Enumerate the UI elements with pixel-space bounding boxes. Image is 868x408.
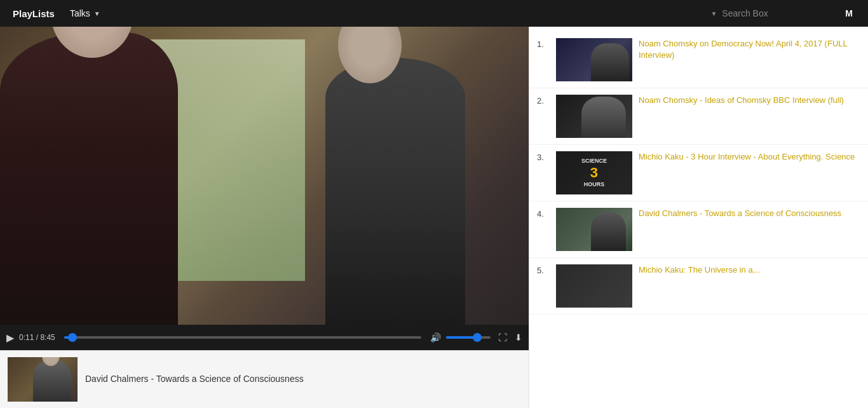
playlist-item-title: Michio Kaku: The Universe in a... — [639, 264, 760, 276]
video-frame — [0, 27, 529, 325]
time-display: 0:11 / 8:45 — [19, 333, 55, 342]
video-player[interactable] — [0, 27, 529, 325]
talks-arrow: ▼ — [94, 10, 100, 17]
playlist-item-number: 3. — [537, 151, 550, 162]
playlist-item-number: 2. — [537, 95, 550, 105]
playlist-item-number: 5. — [537, 264, 550, 275]
search-dropdown-arrow: ▼ — [710, 10, 717, 17]
playlist-item[interactable]: 5.Michio Kaku: The Universe in a... — [529, 258, 868, 315]
playlist-item-number: 4. — [537, 208, 550, 219]
playlist-item-info: Michio Kaku: The Universe in a... — [639, 264, 760, 276]
progress-thumb[interactable] — [68, 333, 77, 342]
playlist-item[interactable]: 3.SCIENCE3HOURSMichio Kaku - 3 Hour Inte… — [529, 145, 868, 201]
video-section: ▶ 0:11 / 8:45 🔊 ⛶ ⬇ — [0, 27, 529, 408]
playlist-item-title: David Chalmers - Towards a Science of Co… — [639, 208, 841, 219]
volume-thumb[interactable] — [473, 333, 482, 342]
now-playing-thumbnail — [8, 357, 78, 402]
playlist-item-title: Noam Chomsky on Democracy Now! April 4, … — [639, 38, 860, 61]
playlist-item-info: Michio Kaku - 3 Hour Interview - About E… — [639, 151, 855, 163]
fullscreen-button[interactable]: ⛶ — [498, 332, 507, 343]
thumbnail-figure — [591, 213, 626, 251]
playlist-item-thumbnail — [556, 95, 632, 138]
playlist-item-number: 1. — [537, 38, 550, 49]
playlist-item-thumbnail — [556, 38, 632, 81]
talks-dropdown[interactable]: Talks ▼ — [61, 0, 109, 27]
playlist-item[interactable]: 4.David Chalmers - Towards a Science of … — [529, 201, 868, 258]
playlist-item[interactable]: 1.Noam Chomsky on Democracy Now! April 4… — [529, 32, 868, 88]
logo[interactable]: PlayLists — [6, 8, 61, 19]
user-avatar[interactable]: M — [836, 8, 862, 18]
playlist-item-info: Noam Chomsky - Ideas of Chomsky BBC Inte… — [639, 95, 844, 106]
search-container: ▼ — [710, 8, 836, 18]
now-playing-bar: David Chalmers - Towards a Science of Co… — [0, 350, 529, 408]
now-playing-info: David Chalmers - Towards a Science of Co… — [85, 373, 304, 386]
playlist-section: 1.Noam Chomsky on Democracy Now! April 4… — [529, 27, 868, 408]
thumbnail-text: SCIENCE3HOURS — [581, 158, 607, 188]
figure-left-body — [0, 32, 178, 325]
playlist-item-thumbnail — [556, 208, 632, 251]
playlist-item[interactable]: 2.Noam Chomsky - Ideas of Chomsky BBC In… — [529, 88, 868, 145]
search-input[interactable] — [722, 8, 836, 18]
volume-bar[interactable] — [446, 336, 491, 339]
thumbnail-figure — [581, 97, 626, 138]
talks-label: Talks — [70, 8, 90, 18]
main-layout: ▶ 0:11 / 8:45 🔊 ⛶ ⬇ — [0, 27, 868, 408]
np-figure-body — [33, 360, 71, 402]
navbar: PlayLists Talks ▼ ▼ M — [0, 0, 868, 27]
playlist-item-title: Noam Chomsky - Ideas of Chomsky BBC Inte… — [639, 95, 844, 106]
playlist-item-thumbnail — [556, 264, 632, 308]
total-time: 8:45 — [40, 333, 55, 342]
progress-bar[interactable] — [64, 336, 421, 339]
playlist-item-info: David Chalmers - Towards a Science of Co… — [639, 208, 841, 219]
thumbnail-figure — [591, 43, 629, 81]
volume-icon[interactable]: 🔊 — [430, 332, 441, 343]
current-time: 0:11 — [19, 333, 34, 342]
playlist-item-title: Michio Kaku - 3 Hour Interview - About E… — [639, 151, 855, 163]
now-playing-title: David Chalmers - Towards a Science of Co… — [85, 373, 304, 386]
playlist-item-thumbnail: SCIENCE3HOURS — [556, 151, 632, 194]
figure-right-body — [325, 58, 465, 325]
download-button[interactable]: ⬇ — [515, 332, 522, 343]
video-controls: ▶ 0:11 / 8:45 🔊 ⛶ ⬇ — [0, 325, 529, 350]
play-button[interactable]: ▶ — [6, 332, 14, 344]
playlist-item-info: Noam Chomsky on Democracy Now! April 4, … — [639, 38, 860, 61]
play-icon: ▶ — [6, 332, 14, 344]
